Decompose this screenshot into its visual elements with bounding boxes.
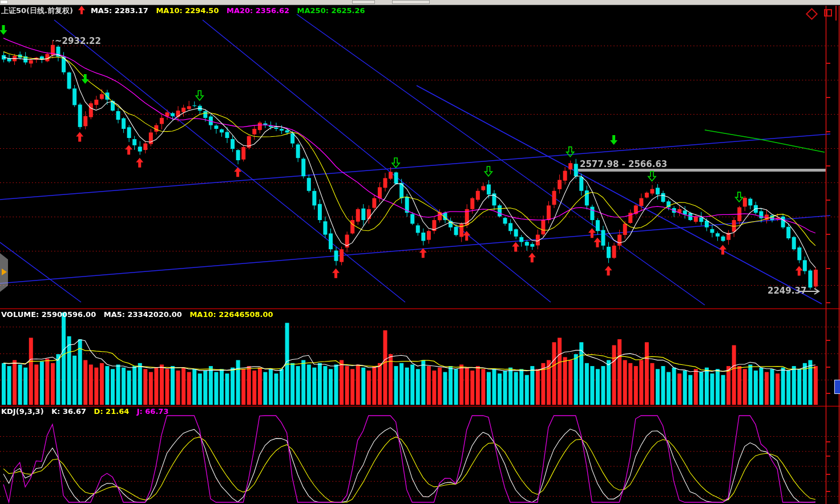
symbol-title: 上证50(日线.前复权) xyxy=(1,6,73,15)
kdj-header: KDJ(9,3,3) K: 36.67 D: 21.64 J: 66.73 xyxy=(1,407,173,416)
expand-arrow-icon xyxy=(2,269,7,275)
top-scrollbar-strip[interactable] xyxy=(0,0,840,5)
kdj-k-value: K: 36.67 xyxy=(51,407,86,416)
ma20-legend: MA20: 2356.62 xyxy=(227,6,289,15)
scrollbar-segment xyxy=(352,0,375,4)
last-low-label: 2249.37 xyxy=(768,286,806,296)
stock-chart-window: 上证50(日线.前复权)MA5: 2283.17 MA10: 2294.50 M… xyxy=(0,0,840,504)
right-border-mark xyxy=(835,6,837,21)
window-icon[interactable] xyxy=(824,9,832,17)
kdj-name: KDJ(9,3,3) xyxy=(1,407,44,416)
volume-header: VOLUME: 25900596.00 MA5: 23342020.00 MA1… xyxy=(1,310,278,319)
expand-handle[interactable] xyxy=(0,253,8,292)
peak-price-label: ~2932.22 xyxy=(55,36,101,46)
main-chart-header: 上证50(日线.前复权)MA5: 2283.17 MA10: 2294.50 M… xyxy=(1,6,370,16)
volume-value: VOLUME: 25900596.00 xyxy=(1,310,96,319)
kdj-d-value: D: 21.64 xyxy=(94,407,130,416)
scrollbar-segment xyxy=(392,0,430,4)
chart-canvas[interactable] xyxy=(0,0,840,504)
right-scroll-thumb[interactable] xyxy=(834,380,840,394)
ma250-legend: MA250: 2625.26 xyxy=(297,6,365,15)
volume-ma5: MA5: 23342020.00 xyxy=(104,310,182,319)
scrollbar-left-cap xyxy=(0,0,8,4)
up-arrow-icon xyxy=(78,6,86,14)
volume-ma10: MA10: 22646508.00 xyxy=(189,310,273,319)
gap-range-label: 2577.98 - 2566.63 xyxy=(580,159,667,169)
ma5-legend: MA5: 2283.17 xyxy=(91,6,148,15)
kdj-j-value: J: 66.73 xyxy=(137,407,169,416)
ma10-legend: MA10: 2294.50 xyxy=(156,6,219,15)
